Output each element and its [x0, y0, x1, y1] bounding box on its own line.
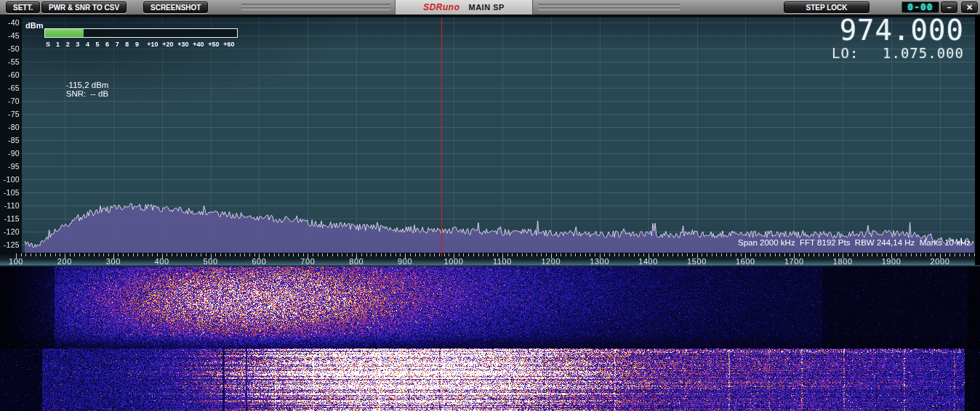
spectrum-panel: -40-45-50-55-60-65-70-75-80-85-90-95-100… — [0, 15, 975, 265]
x-tick-label: 100 — [9, 257, 23, 265]
window-title: MAIN SP — [468, 3, 504, 12]
y-tick-label: -55 — [0, 57, 20, 66]
close-button[interactable]: ✕ — [961, 1, 978, 13]
x-tick-label: 600 — [252, 257, 266, 265]
s-meter-scale-label: 5 — [95, 41, 99, 48]
s-meter-scale-label: +30 — [177, 41, 188, 48]
snr-label: SNR: — [66, 89, 86, 98]
spectrum-plot[interactable] — [0, 15, 975, 265]
x-tick-label: 1400 — [638, 257, 658, 265]
y-tick-label: -100 — [0, 175, 20, 184]
minimize-icon: – — [947, 3, 951, 12]
s-meter-scale-label: +60 — [223, 41, 234, 48]
x-tick-label: 1100 — [493, 257, 512, 265]
lo-frequency[interactable]: 1.075.000 — [883, 45, 964, 61]
s-meter[interactable] — [44, 28, 238, 38]
y-tick-label: -45 — [0, 31, 20, 40]
x-tick-label: 200 — [57, 257, 72, 265]
smeter-unit-label: dBm — [25, 21, 43, 30]
x-tick-label: 1000 — [444, 257, 464, 265]
snr-value: -- dB — [90, 89, 108, 98]
frequency-readout[interactable]: 974.000 LO: 1.075.000 — [832, 17, 964, 61]
y-tick-label: -65 — [0, 84, 20, 92]
y-tick-label: -110 — [0, 201, 20, 210]
x-tick-label: 400 — [155, 257, 169, 265]
x-tick-label: 1800 — [833, 257, 853, 265]
app-logo: SDRuno — [423, 2, 459, 12]
lo-label: LO: — [832, 45, 859, 61]
waterfall-display[interactable] — [0, 265, 980, 411]
s-meter-scale-label: +20 — [162, 41, 173, 48]
x-tick-label: 2000 — [931, 257, 950, 265]
s-meter-fill — [45, 29, 84, 37]
titlebar-grip-right[interactable] — [538, 2, 680, 12]
y-tick-label: -60 — [0, 70, 20, 79]
y-tick-label: -70 — [0, 97, 20, 105]
y-tick-label: -125 — [0, 240, 20, 249]
window-title-plaque[interactable]: SDRuno MAIN SP — [395, 0, 533, 15]
waterfall-panel — [0, 265, 980, 411]
s-meter-scale-label: S — [46, 41, 50, 48]
y-tick-label: -115 — [0, 214, 20, 223]
y-tick-label: -80 — [0, 123, 20, 131]
y-tick-label: -120 — [0, 227, 20, 236]
s-meter-scale: S123456789+10+20+30+40+50+60 — [0, 41, 247, 49]
close-icon: ✕ — [966, 3, 973, 12]
y-tick-label: -105 — [0, 188, 20, 197]
s-meter-scale-label: 1 — [56, 41, 60, 48]
x-tick-label: 1600 — [736, 257, 755, 265]
titlebar[interactable]: SETT. PWR & SNR TO CSV SCREENSHOT SDRuno… — [0, 0, 980, 15]
y-tick-label: -40 — [0, 18, 20, 27]
x-tick-label: 500 — [204, 257, 218, 265]
power-snr-readout: -115,2 dBm SNR:-- dB — [57, 72, 113, 107]
s-meter-scale-label: 4 — [86, 41, 89, 48]
x-tick-label: 1200 — [541, 257, 561, 265]
s-meter-scale-label: +40 — [193, 41, 204, 48]
span-info: Span 2000 kHz FFT 8192 Pts RBW 244,14 Hz… — [738, 238, 971, 247]
s-meter-scale-label: 9 — [135, 41, 139, 48]
y-tick-label: -85 — [0, 136, 20, 145]
settings-button[interactable]: SETT. — [6, 1, 40, 13]
x-tick-label: 800 — [349, 257, 364, 265]
s-meter-scale-label: 2 — [66, 41, 70, 48]
x-tick-label: 1500 — [687, 257, 707, 265]
y-tick-label: -95 — [0, 162, 20, 171]
step-lock-button[interactable]: STEP LOCK — [784, 1, 869, 13]
y-tick-label: -90 — [0, 149, 20, 158]
pwr-snr-csv-button[interactable]: PWR & SNR TO CSV — [41, 1, 126, 13]
s-meter-scale-label: +10 — [147, 41, 158, 48]
titlebar-grip-left[interactable] — [241, 2, 390, 12]
power-value: -115,2 dBm — [66, 81, 109, 89]
y-tick-label: -75 — [0, 110, 20, 118]
s-meter-scale-label: +50 — [208, 41, 219, 48]
minimize-button[interactable]: – — [941, 1, 957, 13]
step-size-display: 0-00 — [901, 1, 939, 13]
s-meter-scale-label: 3 — [76, 41, 79, 48]
x-tick-label: 1700 — [784, 257, 804, 265]
s-meter-scale-label: 6 — [105, 41, 109, 48]
x-tick-label: 300 — [106, 257, 121, 265]
tuned-frequency[interactable]: 974.000 — [832, 17, 964, 44]
x-tick-label: 700 — [300, 257, 315, 265]
x-tick-label: 1900 — [882, 257, 901, 265]
x-tick-label: 900 — [398, 257, 412, 265]
screenshot-button[interactable]: SCREENSHOT — [143, 1, 208, 13]
s-meter-scale-label: 7 — [116, 41, 119, 48]
x-tick-label: 1300 — [590, 257, 609, 265]
s-meter-scale-label: 8 — [125, 41, 129, 48]
